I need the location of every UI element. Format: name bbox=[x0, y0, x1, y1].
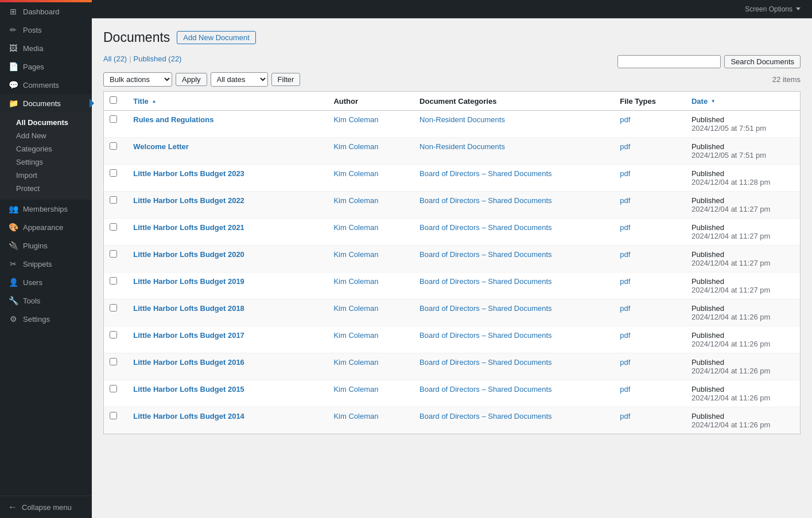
sidebar-item-memberships[interactable]: 👥 Memberships bbox=[0, 200, 92, 218]
category-link[interactable]: Non-Resident Documents bbox=[419, 115, 505, 124]
filetype-link[interactable]: pdf bbox=[620, 277, 630, 286]
filetype-link[interactable]: pdf bbox=[620, 331, 630, 340]
collapse-menu[interactable]: ← Collapse menu bbox=[0, 496, 92, 518]
sidebar-item-appearance[interactable]: 🎨 Appearance bbox=[0, 218, 92, 236]
select-all-checkbox[interactable] bbox=[110, 96, 117, 104]
row-checkbox[interactable] bbox=[110, 169, 117, 177]
filetype-link[interactable]: pdf bbox=[620, 412, 630, 420]
sidebar-sub-all-documents[interactable]: All Documents bbox=[16, 116, 92, 129]
author-link[interactable]: Kim Coleman bbox=[333, 412, 378, 420]
sidebar-sub-protect[interactable]: Protect bbox=[16, 182, 92, 195]
sidebar-item-dashboard[interactable]: ⊞ Dashboard bbox=[0, 2, 92, 21]
sidebar-sub-add-new[interactable]: Add New bbox=[16, 129, 92, 142]
memberships-icon: 👥 bbox=[8, 204, 18, 214]
author-link[interactable]: Kim Coleman bbox=[333, 196, 378, 205]
document-link[interactable]: Little Harbor Lofts Budget 2015 bbox=[133, 385, 244, 394]
document-link[interactable]: Welcome Letter bbox=[133, 142, 189, 151]
author-link[interactable]: Kim Coleman bbox=[333, 358, 378, 367]
row-checkbox[interactable] bbox=[110, 358, 117, 365]
document-link[interactable]: Little Harbor Lofts Budget 2021 bbox=[133, 223, 244, 232]
header-title-col[interactable]: Title ▲ bbox=[127, 92, 328, 111]
category-link[interactable]: Board of Directors – Shared Documents bbox=[419, 169, 552, 178]
author-link[interactable]: Kim Coleman bbox=[333, 223, 378, 232]
all-filter-link[interactable]: All (22) bbox=[103, 54, 127, 63]
sidebar-sub-categories[interactable]: Categories bbox=[16, 142, 92, 155]
header-date-col[interactable]: Date ▼ bbox=[686, 92, 801, 111]
row-checkbox[interactable] bbox=[110, 223, 117, 231]
row-checkbox[interactable] bbox=[110, 196, 117, 204]
category-link[interactable]: Board of Directors – Shared Documents bbox=[419, 304, 552, 313]
row-checkbox[interactable] bbox=[110, 412, 117, 419]
sidebar-sub-settings[interactable]: Settings bbox=[16, 155, 92, 169]
sidebar-item-tools[interactable]: 🔧 Tools bbox=[0, 291, 92, 310]
row-checkbox[interactable] bbox=[110, 277, 117, 285]
filetype-link[interactable]: pdf bbox=[620, 169, 630, 178]
author-link[interactable]: Kim Coleman bbox=[333, 277, 378, 286]
all-dates-select[interactable]: All dates bbox=[211, 72, 268, 87]
bulk-actions-select[interactable]: Bulk actions bbox=[103, 72, 172, 87]
filetype-link[interactable]: pdf bbox=[620, 358, 630, 367]
sidebar-item-plugins[interactable]: 🔌 Plugins bbox=[0, 236, 92, 255]
screen-options-button[interactable]: Screen Options bbox=[740, 3, 805, 15]
sidebar-item-settings[interactable]: ⚙ Settings bbox=[0, 310, 92, 328]
author-link[interactable]: Kim Coleman bbox=[333, 331, 378, 340]
category-link[interactable]: Board of Directors – Shared Documents bbox=[419, 412, 552, 420]
document-link[interactable]: Little Harbor Lofts Budget 2020 bbox=[133, 250, 244, 259]
document-link[interactable]: Little Harbor Lofts Budget 2018 bbox=[133, 304, 244, 313]
category-link[interactable]: Board of Directors – Shared Documents bbox=[419, 277, 552, 286]
sidebar-item-snippets[interactable]: ✂ Snippets bbox=[0, 255, 92, 273]
category-link[interactable]: Board of Directors – Shared Documents bbox=[419, 385, 552, 394]
filetype-link[interactable]: pdf bbox=[620, 115, 630, 124]
row-checkbox[interactable] bbox=[110, 304, 117, 311]
category-link[interactable]: Non-Resident Documents bbox=[419, 142, 505, 151]
row-checkbox[interactable] bbox=[110, 331, 117, 338]
row-title-cell: Little Harbor Lofts Budget 2017 bbox=[127, 326, 328, 353]
category-link[interactable]: Board of Directors – Shared Documents bbox=[419, 196, 552, 205]
filetype-link[interactable]: pdf bbox=[620, 385, 630, 394]
filetype-link[interactable]: pdf bbox=[620, 223, 630, 232]
row-checkbox-cell bbox=[104, 299, 128, 326]
sidebar-sub-import[interactable]: Import bbox=[16, 169, 92, 182]
author-link[interactable]: Kim Coleman bbox=[333, 385, 378, 394]
category-link[interactable]: Board of Directors – Shared Documents bbox=[419, 223, 552, 232]
row-categories-cell: Board of Directors – Shared Documents bbox=[414, 380, 614, 407]
filetype-link[interactable]: pdf bbox=[620, 142, 630, 151]
category-link[interactable]: Board of Directors – Shared Documents bbox=[419, 331, 552, 340]
row-checkbox[interactable] bbox=[110, 385, 117, 392]
document-link[interactable]: Little Harbor Lofts Budget 2016 bbox=[133, 358, 244, 367]
published-filter-link[interactable]: Published (22) bbox=[134, 54, 182, 63]
sidebar-item-pages[interactable]: 📄 Pages bbox=[0, 57, 92, 76]
filetype-link[interactable]: pdf bbox=[620, 196, 630, 205]
content-area: Documents Add New Document All (22) | Pu… bbox=[92, 18, 812, 518]
search-documents-button[interactable]: Search Documents bbox=[724, 55, 801, 68]
document-link[interactable]: Rules and Regulations bbox=[133, 115, 213, 124]
document-link[interactable]: Little Harbor Lofts Budget 2023 bbox=[133, 169, 244, 178]
row-checkbox[interactable] bbox=[110, 115, 117, 123]
filter-button[interactable]: Filter bbox=[271, 73, 301, 86]
author-link[interactable]: Kim Coleman bbox=[333, 250, 378, 259]
filetype-link[interactable]: pdf bbox=[620, 304, 630, 313]
row-checkbox[interactable] bbox=[110, 250, 117, 258]
apply-button[interactable]: Apply bbox=[176, 73, 207, 86]
sidebar-item-comments[interactable]: 💬 Comments bbox=[0, 76, 92, 94]
category-link[interactable]: Board of Directors – Shared Documents bbox=[419, 250, 552, 259]
search-documents-input[interactable] bbox=[617, 55, 721, 68]
row-author-cell: Kim Coleman bbox=[328, 353, 414, 380]
row-author-cell: Kim Coleman bbox=[328, 111, 414, 138]
document-link[interactable]: Little Harbor Lofts Budget 2022 bbox=[133, 196, 244, 205]
sidebar-item-users[interactable]: 👤 Users bbox=[0, 273, 92, 291]
document-link[interactable]: Little Harbor Lofts Budget 2017 bbox=[133, 331, 244, 340]
document-link[interactable]: Little Harbor Lofts Budget 2019 bbox=[133, 277, 244, 286]
category-link[interactable]: Board of Directors – Shared Documents bbox=[419, 358, 552, 367]
sidebar-item-media[interactable]: 🖼 Media bbox=[0, 39, 92, 57]
document-link[interactable]: Little Harbor Lofts Budget 2014 bbox=[133, 412, 244, 420]
author-link[interactable]: Kim Coleman bbox=[333, 169, 378, 178]
sidebar-item-posts[interactable]: ✏ Posts bbox=[0, 21, 92, 39]
author-link[interactable]: Kim Coleman bbox=[333, 304, 378, 313]
author-link[interactable]: Kim Coleman bbox=[333, 142, 378, 151]
author-link[interactable]: Kim Coleman bbox=[333, 115, 378, 124]
add-new-document-button[interactable]: Add New Document bbox=[177, 31, 256, 44]
sidebar-item-documents[interactable]: 📁 Documents bbox=[0, 94, 92, 112]
filetype-link[interactable]: pdf bbox=[620, 250, 630, 259]
row-checkbox[interactable] bbox=[110, 142, 117, 150]
